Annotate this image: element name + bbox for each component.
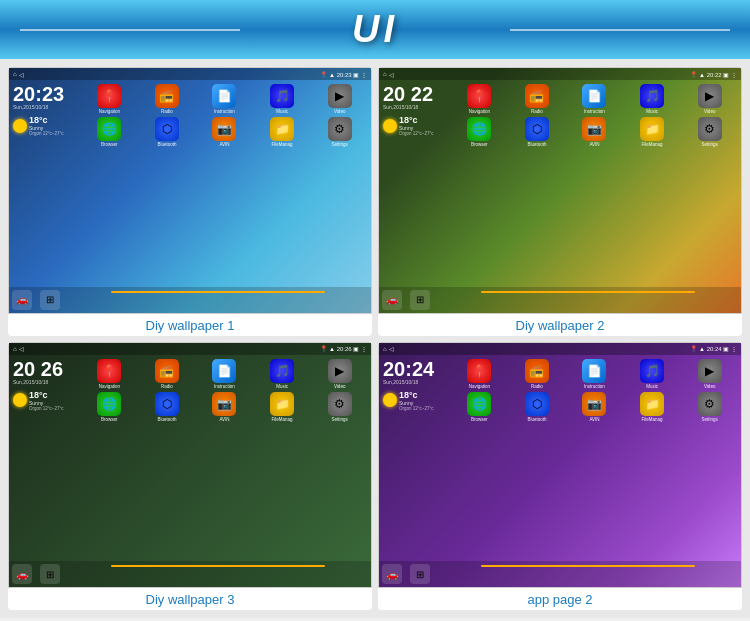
browser-icon-3: 🌐 bbox=[97, 392, 121, 416]
sun-icon-4 bbox=[383, 393, 397, 407]
header-title: UI bbox=[352, 8, 398, 50]
bottom-bar-4: 🚗 ⊞ bbox=[379, 561, 741, 587]
wallpaper-grid: ⌂ ◁ 📍 ▲ 20:23 ▣ ⋮ 20:23 Sun,2015/10/18 1… bbox=[0, 59, 750, 618]
bluetooth-app[interactable]: ⬡ Bluetooth bbox=[152, 117, 182, 147]
sun-icon-2 bbox=[383, 119, 397, 133]
status-bar-2: ⌂ ◁ 📍 ▲ 20:22 ▣ ⋮ bbox=[379, 68, 741, 80]
time-weather-3: 20 26 Sun,2015/10/18 18°c Sunny Orgon 12… bbox=[13, 359, 78, 558]
video-icon: ▶ bbox=[328, 84, 352, 108]
back-icon: ◁ bbox=[19, 71, 24, 78]
android-screen-1: ⌂ ◁ 📍 ▲ 20:23 ▣ ⋮ 20:23 Sun,2015/10/18 1… bbox=[9, 68, 371, 313]
video-app[interactable]: ▶ Video bbox=[325, 84, 355, 114]
home-icon-3: ⌂ bbox=[13, 346, 17, 352]
date-3: Sun,2015/10/18 bbox=[13, 379, 78, 385]
apps-grid-3: 📍Navigation 📻Radio 📄Instruction 🎵Music ▶… bbox=[82, 359, 367, 558]
browser-app[interactable]: 🌐 Browser bbox=[94, 117, 124, 147]
car-bottom-icon[interactable]: 🚗 bbox=[12, 290, 32, 310]
status-bar-4: ⌂ ◁ 📍 ▲ 20:24 ▣ ⋮ bbox=[379, 343, 741, 355]
screen-label-2: Diy wallpaper 2 bbox=[516, 314, 605, 336]
main-content-1: 20:23 Sun,2015/10/18 18°c Sunny Orgon 12… bbox=[9, 80, 371, 287]
time-weather-2: 20 22 Sun,2015/10/18 18°c Sunny Orgon 12… bbox=[383, 84, 448, 283]
app-row-1-bottom: 🌐 Browser ⬡ Bluetooth 📷 AVIN bbox=[82, 117, 367, 147]
car-bottom-icon-4[interactable]: 🚗 bbox=[382, 564, 402, 584]
music-icon-4: 🎵 bbox=[640, 359, 664, 383]
status-time-1: 📍 ▲ 20:23 ▣ ⋮ bbox=[320, 71, 367, 78]
music-app[interactable]: 🎵 Music bbox=[267, 84, 297, 114]
temp-3: 18°c bbox=[29, 390, 64, 400]
instruction-icon-4: 📄 bbox=[582, 359, 606, 383]
screen-frame-2: ⌂ ◁ 📍 ▲ 20:22 ▣ ⋮ 20 22 Sun,2015/10/18 1… bbox=[378, 67, 742, 314]
app-row-3-bottom: 🌐Browser ⬡Bluetooth 📷AVIN 📁FileManag ⚙Se… bbox=[82, 392, 367, 422]
main-content-4: 20:24 Sun,2015/10/18 18°c Sunny Orgon 12… bbox=[379, 355, 741, 562]
status-time-2: 📍 ▲ 20:22 ▣ ⋮ bbox=[690, 71, 737, 78]
filemanag-icon: 📁 bbox=[270, 117, 294, 141]
range-2: Orgon 12°c~27°c bbox=[399, 131, 434, 136]
video-icon-2: ▶ bbox=[698, 84, 722, 108]
apps-bottom-icon-4[interactable]: ⊞ bbox=[410, 564, 430, 584]
app-row-2-top: 📍Navigation 📻Radio 📄Instruction 🎵Music ▶… bbox=[452, 84, 737, 114]
android-screen-4: ⌂ ◁ 📍 ▲ 20:24 ▣ ⋮ 20:24 Sun,2015/10/18 1… bbox=[379, 343, 741, 588]
app-row-1-top: 📍 Navigation 📻 Radio 📄 Instruction bbox=[82, 84, 367, 114]
filemanag-app[interactable]: 📁 FileManag bbox=[267, 117, 297, 147]
header: UI bbox=[0, 0, 750, 59]
time-4: 20:24 bbox=[383, 359, 448, 379]
bottom-indicator-4 bbox=[481, 565, 695, 567]
apps-bottom-icon-3[interactable]: ⊞ bbox=[40, 564, 60, 584]
screen-cell-3: ⌂ ◁ 📍 ▲ 20:26 ▣ ⋮ 20 26 Sun,2015/10/18 1… bbox=[8, 342, 372, 611]
date-4: Sun,2015/10/18 bbox=[383, 379, 448, 385]
screen-label-3: Diy wallpaper 3 bbox=[146, 588, 235, 610]
apps-grid-2: 📍Navigation 📻Radio 📄Instruction 🎵Music ▶… bbox=[452, 84, 737, 283]
settings-app[interactable]: ⚙ Settings bbox=[325, 117, 355, 147]
video-icon-4: ▶ bbox=[698, 359, 722, 383]
app-row-4-bottom: 🌐Browser ⬡Bluetooth 📷AVIN 📁FileManag ⚙Se… bbox=[452, 392, 737, 422]
browser-icon-2: 🌐 bbox=[467, 117, 491, 141]
avin-app[interactable]: 📷 AVIN bbox=[209, 117, 239, 147]
screen-cell-2: ⌂ ◁ 📍 ▲ 20:22 ▣ ⋮ 20 22 Sun,2015/10/18 1… bbox=[378, 67, 742, 336]
avin-icon-2: 📷 bbox=[582, 117, 606, 141]
bottom-bar-3: 🚗 ⊞ bbox=[9, 561, 371, 587]
instruction-icon-2: 📄 bbox=[582, 84, 606, 108]
main-content-3: 20 26 Sun,2015/10/18 18°c Sunny Orgon 12… bbox=[9, 355, 371, 562]
settings-icon-4: ⚙ bbox=[698, 392, 722, 416]
apps-bottom-icon-2[interactable]: ⊞ bbox=[410, 290, 430, 310]
music-icon-2: 🎵 bbox=[640, 84, 664, 108]
car-bottom-icon-2[interactable]: 🚗 bbox=[382, 290, 402, 310]
time-weather-1: 20:23 Sun,2015/10/18 18°c Sunny Orgon 12… bbox=[13, 84, 78, 283]
apps-bottom-icon[interactable]: ⊞ bbox=[40, 290, 60, 310]
browser-icon: 🌐 bbox=[97, 117, 121, 141]
screen-label-4: app page 2 bbox=[527, 588, 592, 610]
screen-frame-1: ⌂ ◁ 📍 ▲ 20:23 ▣ ⋮ 20:23 Sun,2015/10/18 1… bbox=[8, 67, 372, 314]
bottom-indicator bbox=[111, 291, 325, 293]
video-icon-3: ▶ bbox=[328, 359, 352, 383]
instruction-app[interactable]: 📄 Instruction bbox=[209, 84, 239, 114]
screen-frame-3: ⌂ ◁ 📍 ▲ 20:26 ▣ ⋮ 20 26 Sun,2015/10/18 1… bbox=[8, 342, 372, 589]
filemanag-icon-4: 📁 bbox=[640, 392, 664, 416]
back-icon-4: ◁ bbox=[389, 345, 394, 352]
radio-icon-2: 📻 bbox=[525, 84, 549, 108]
avin-icon-4: 📷 bbox=[582, 392, 606, 416]
instruction-icon: 📄 bbox=[212, 84, 236, 108]
radio-app[interactable]: 📻 Radio bbox=[152, 84, 182, 114]
status-time-4: 📍 ▲ 20:24 ▣ ⋮ bbox=[690, 345, 737, 352]
bluetooth-icon-3: ⬡ bbox=[155, 392, 179, 416]
music-icon: 🎵 bbox=[270, 84, 294, 108]
nav-app[interactable]: 📍 Navigation bbox=[94, 84, 124, 114]
avin-icon-3: 📷 bbox=[212, 392, 236, 416]
time-weather-4: 20:24 Sun,2015/10/18 18°c Sunny Orgon 12… bbox=[383, 359, 448, 558]
avin-icon: 📷 bbox=[212, 117, 236, 141]
range-3: Orgon 12°c~27°c bbox=[29, 406, 64, 411]
bluetooth-icon-2: ⬡ bbox=[525, 117, 549, 141]
nav-icon-3: 📍 bbox=[97, 359, 121, 383]
radio-icon: 📻 bbox=[155, 84, 179, 108]
status-bar-1: ⌂ ◁ 📍 ▲ 20:23 ▣ ⋮ bbox=[9, 68, 371, 80]
main-content-2: 20 22 Sun,2015/10/18 18°c Sunny Orgon 12… bbox=[379, 80, 741, 287]
range-4: Orgon 12°c~27°c bbox=[399, 406, 434, 411]
home-icon: ⌂ bbox=[13, 71, 17, 77]
temp-2: 18°c bbox=[399, 115, 434, 125]
car-bottom-icon-3[interactable]: 🚗 bbox=[12, 564, 32, 584]
app-row-4-top: 📍Navigation 📻Radio 📄Instruction 🎵Music ▶… bbox=[452, 359, 737, 389]
temp-1: 18°c bbox=[29, 115, 64, 125]
browser-icon-4: 🌐 bbox=[467, 392, 491, 416]
android-screen-3: ⌂ ◁ 📍 ▲ 20:26 ▣ ⋮ 20 26 Sun,2015/10/18 1… bbox=[9, 343, 371, 588]
screen-frame-4: ⌂ ◁ 📍 ▲ 20:24 ▣ ⋮ 20:24 Sun,2015/10/18 1… bbox=[378, 342, 742, 589]
